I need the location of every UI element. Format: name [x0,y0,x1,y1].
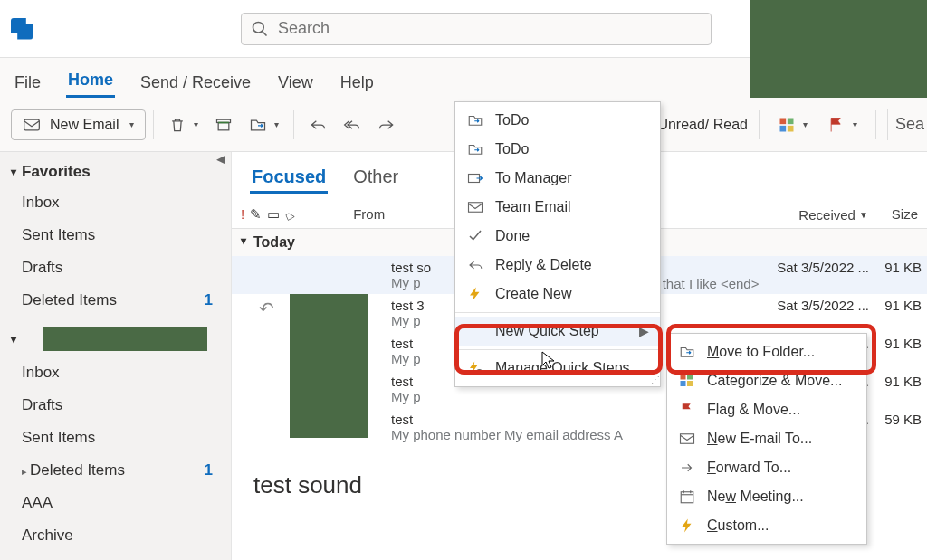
group-label: Today [253,234,295,251]
ribbon-search[interactable]: Sea [887,109,916,140]
undo-icon[interactable]: ↶ [259,298,274,319]
svg-rect-6 [780,118,787,124]
svg-rect-2 [24,119,40,130]
tab-file[interactable]: File [13,68,43,98]
sidebar-item-inbox[interactable]: Inbox [0,186,231,219]
submenu-new-email-to[interactable]: New E-mail To... [667,424,866,453]
search-box[interactable] [241,13,712,45]
mail-icon [466,198,484,216]
sidebar-item-archive[interactable]: Archive [0,519,231,552]
outlook-logo-icon [11,18,33,40]
icon-column-icon[interactable]: ▭ [267,206,280,223]
tab-other[interactable]: Other [351,163,400,194]
col-received[interactable]: Received▼ [798,206,867,223]
forward-icon [377,116,396,134]
col-from[interactable]: From [353,206,385,223]
svg-line-1 [263,31,267,35]
submenu-flag-move[interactable]: Flag & Move... [667,395,866,424]
sidebar-item-inbox-2[interactable]: Inbox [0,356,231,389]
sidebar-item-aaa[interactable]: AAA [0,487,231,519]
resize-grip-icon[interactable]: ⋰ [651,375,658,384]
calendar-icon [678,488,696,506]
unread-read-button[interactable]: Unread/ Read [657,117,748,133]
submenu-categorize-move[interactable]: Categorize & Move... [667,366,866,395]
favorites-label: Favorites [22,163,91,181]
delete-button[interactable]: ▾ [161,110,205,139]
sidebar-item-sent[interactable]: Sent Items [0,219,231,252]
flag-button[interactable]: ▾ [820,110,865,139]
tab-view[interactable]: View [276,68,315,98]
categorize-button[interactable]: ▾ [770,110,815,139]
quickstep-todo[interactable]: ToDo [455,106,660,135]
collapse-icon[interactable]: ◀ [216,152,225,166]
svg-rect-14 [687,375,693,380]
quickstep-done[interactable]: Done [455,222,660,251]
svg-rect-18 [681,492,693,503]
tab-focused[interactable]: Focused [250,163,328,194]
unread-badge: 1 [205,461,218,479]
redacted-area [750,0,927,98]
chevron-down-icon: ▾ [853,119,857,129]
move-icon [466,111,484,129]
reply-all-icon [343,116,361,134]
search-input[interactable] [278,19,488,38]
submenu-move-to-folder[interactable]: Move to Folder... [667,337,866,366]
mail-icon [678,430,696,448]
move-icon [466,140,484,158]
svg-rect-11 [469,203,483,213]
forward-mail-icon [466,169,484,187]
bolt-gear-icon [466,359,484,377]
bolt-icon [466,285,484,303]
chevron-down-icon: ▾ [803,119,808,129]
col-size[interactable]: Size [892,206,918,223]
move-button[interactable]: ▾ [242,110,286,139]
svg-point-12 [477,370,483,375]
account-header[interactable]: ▾ [0,317,231,356]
tab-help[interactable]: Help [339,68,376,98]
quickstep-team-email[interactable]: Team Email [455,193,660,222]
reply-icon [309,116,327,134]
tab-home[interactable]: Home [66,65,115,98]
chevron-down-icon: ▾ [11,333,16,346]
chevron-down-icon: ▾ [11,166,16,178]
move-icon [249,116,267,134]
flag-icon [827,116,846,134]
sidebar-item-deleted[interactable]: Deleted Items1 [0,284,231,317]
new-email-button[interactable]: New Email ▾ [11,109,146,140]
submenu-custom[interactable]: Custom... [667,511,866,540]
new-quick-step[interactable]: NNew Quick Stepew Quick Step ▶ [455,317,660,346]
sidebar-item-drafts-2[interactable]: Drafts [0,389,231,422]
svg-rect-4 [219,122,230,129]
archive-icon [215,116,233,134]
submenu-forward-to[interactable]: Forward To... [667,453,866,482]
new-email-label: New Email [50,117,119,133]
tab-send-receive[interactable]: Send / Receive [139,68,253,98]
quickstep-create-new[interactable]: Create New [455,280,660,308]
sidebar-item-drafts[interactable]: Drafts [0,252,231,284]
reply-button[interactable] [301,110,334,139]
forward-button[interactable] [370,110,403,139]
categories-icon [778,116,796,134]
archive-button[interactable] [207,110,240,139]
reminder-icon[interactable]: ✎ [250,206,262,223]
forward-icon [678,459,696,477]
quick-steps-menu: ToDo ToDo To Manager Team Email Done Rep… [454,101,661,387]
favorites-header[interactable]: ▾ Favorites [0,152,231,186]
manage-quick-steps[interactable]: Manage Quick Steps... [455,354,660,383]
quickstep-to-manager[interactable]: To Manager [455,164,660,193]
svg-rect-13 [681,375,686,380]
svg-point-0 [253,22,264,33]
attachment-icon[interactable]: ⏢ [282,205,297,223]
sidebar-item-sent-2[interactable]: Sent Items [0,422,231,454]
sidebar-item-deleted-2[interactable]: ▸ Deleted Items 1 [0,454,231,487]
chevron-right-icon: ▶ [639,324,649,338]
redacted-account [43,327,207,351]
categories-icon [678,372,696,390]
quickstep-reply-delete[interactable]: Reply & Delete [455,251,660,280]
importance-icon[interactable]: ! [241,206,244,223]
svg-rect-9 [788,125,794,131]
reply-all-button[interactable] [336,110,368,139]
quickstep-todo-2[interactable]: ToDo [455,135,660,164]
sort-desc-icon: ▼ [859,210,868,220]
submenu-new-meeting[interactable]: New Meeting... [667,482,866,511]
